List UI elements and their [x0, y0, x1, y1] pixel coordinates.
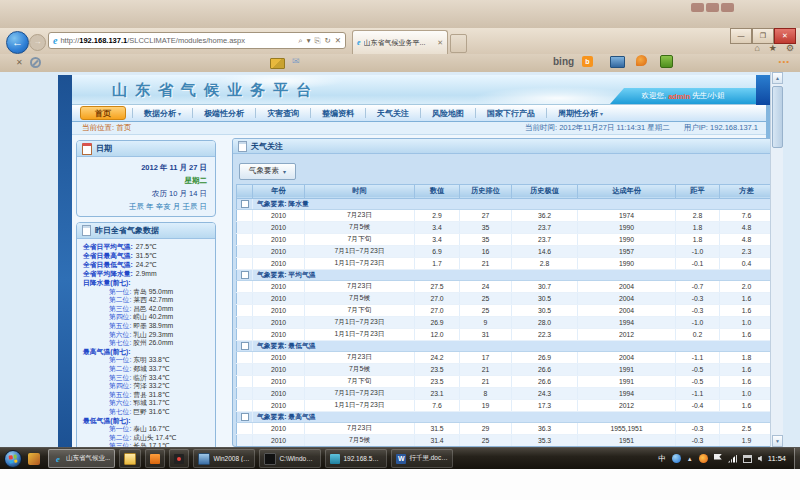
close-icon[interactable]: ✕	[16, 58, 23, 67]
table-row[interactable]: 20107月5候23.52126.61991-0.51.6	[237, 363, 771, 375]
rank-line: 第一位: 青岛 95.0mm	[83, 288, 210, 297]
table-row[interactable]: 20101月1日~7月23日12.03122.320120.21.6	[237, 328, 771, 340]
search-icon[interactable]: ⌕	[298, 36, 302, 46]
column-header[interactable]: 历史极值	[512, 184, 578, 198]
table-row[interactable]: 20107月5候3.43523.719901.84.8	[237, 221, 771, 233]
taskbar-button[interactable]: C:\Windows\s...	[259, 449, 321, 468]
compatibility-icon[interactable]: ⎘	[314, 36, 320, 46]
rank-line: 第六位: 乳山 29.3mm	[83, 331, 210, 340]
main-menu: 首页 ▾ 数据分析 ▾ 极端性分析 ▾ 灾害查询 ▾ 整编资料 ▾	[72, 105, 766, 122]
settings-gear-icon[interactable]: ⚙	[786, 43, 794, 53]
table-row[interactable]: 20107月23日31.52936.31955,1951-0.32.5	[237, 422, 771, 434]
table-row[interactable]: 20107月23日2.92736.219742.87.6	[237, 209, 771, 221]
menu-item[interactable]: 天气关注 ▾	[365, 108, 420, 118]
stat-line: 全省日平均气温:27.5℃	[83, 243, 210, 252]
menu-item[interactable]: 风险地图 ▾	[420, 108, 475, 118]
table-row[interactable]: 20107月下旬27.02530.52004-0.31.6	[237, 304, 771, 316]
table-row[interactable]: 20107月1日~7月23日6.91614.61957-1.02.3	[237, 245, 771, 257]
new-tab-button[interactable]	[450, 34, 467, 53]
more-icon[interactable]: •••	[779, 57, 790, 66]
table-row[interactable]: 20101月1日~7月23日7.61917.32012-0.41.6	[237, 399, 771, 411]
taskbar-button[interactable]	[145, 449, 165, 468]
table-row[interactable]: 20107月下旬3.43523.719901.84.8	[237, 233, 771, 245]
scrollbar-thumb[interactable]	[772, 86, 783, 148]
group-checkbox[interactable]	[241, 413, 249, 421]
taskbar-button[interactable]	[169, 449, 189, 468]
column-header[interactable]: 数值	[415, 184, 460, 198]
menu-item[interactable]: 整编资料 ▾	[310, 108, 365, 118]
fire-icon[interactable]	[636, 55, 647, 66]
table-row[interactable]: 20107月23日27.52430.72004-0.72.0	[237, 280, 771, 292]
browser-tray-icon[interactable]	[699, 454, 708, 463]
start-button[interactable]	[4, 450, 22, 468]
messenger-icon[interactable]	[672, 454, 681, 463]
banner-corner-block	[756, 75, 770, 105]
camera-icon[interactable]	[610, 56, 625, 68]
menu-item[interactable]: 灾害查询 ▾	[255, 108, 310, 118]
url-text[interactable]: http://192.168.137.1/SLCCLIMATE/modules/…	[60, 36, 295, 45]
menu-item[interactable]: 国家下行产品 ▾	[475, 108, 546, 118]
table-row[interactable]: 20107月1日~7月23日23.1824.31994-1.11.0	[237, 387, 771, 399]
action-center-icon[interactable]	[714, 454, 722, 463]
menu-item[interactable]: 周期性分析 ▾	[546, 108, 614, 118]
table-row[interactable]: 20107月5候27.02530.52004-0.31.6	[237, 292, 771, 304]
stop-icon[interactable]: ✕	[335, 36, 341, 45]
table-row[interactable]: 20107月23日24.21726.92004-1.11.8	[237, 351, 771, 363]
column-header[interactable]: 方差	[720, 184, 771, 198]
vertical-scrollbar[interactable]: ▲ ▼	[770, 72, 783, 447]
scroll-down-icon[interactable]: ▼	[772, 435, 783, 447]
group-checkbox[interactable]	[241, 271, 249, 279]
tray-app-icon[interactable]	[743, 455, 752, 463]
forward-button[interactable]: →	[29, 34, 46, 51]
table-row[interactable]: 20107月5候31.42535.31951-0.31.9	[237, 434, 771, 446]
chevron-down-icon[interactable]: ▾	[307, 36, 311, 45]
column-header[interactable]: 年份	[253, 184, 305, 198]
refresh-icon[interactable]: ↻	[324, 36, 330, 45]
favorites-star-icon[interactable]: ★	[769, 43, 777, 53]
blocked-icon	[30, 57, 41, 68]
chevron-down-icon: ▾	[283, 168, 286, 175]
element-filter-button[interactable]: 气象要素 ▾	[239, 163, 296, 180]
player-icon	[174, 454, 184, 464]
column-header[interactable]: 历史排位	[460, 184, 512, 198]
hidden-icons-arrow[interactable]: ▲	[687, 456, 693, 462]
chevron-down-icon: ▾	[178, 110, 181, 117]
menu-item[interactable]: 极端性分析 ▾	[192, 108, 255, 118]
group-checkbox[interactable]	[241, 342, 249, 350]
table-row[interactable]: 20107月下旬23.52126.61991-0.51.6	[237, 375, 771, 387]
volume-icon[interactable]	[758, 456, 762, 462]
cards-icon[interactable]	[270, 58, 285, 69]
minimize-button[interactable]: —	[730, 28, 752, 44]
home-icon[interactable]: ⌂	[754, 43, 759, 53]
close-icon[interactable]: ✕	[437, 39, 443, 47]
column-header[interactable]: 时间	[305, 184, 415, 198]
maximize-button[interactable]: ❐	[752, 28, 774, 44]
browser-tab[interactable]: e 山东省气候业务平... ✕	[352, 30, 448, 54]
taskbar-button[interactable]: e山东省气候业...	[48, 449, 115, 468]
taskbar-clock[interactable]: 11:54	[768, 454, 786, 463]
column-header[interactable]: 达成年份	[578, 184, 676, 198]
scroll-up-icon[interactable]: ▲	[772, 72, 783, 84]
rank-section-title: 最低气温(前七):	[83, 417, 210, 426]
bing-search-button[interactable]: b	[582, 56, 593, 67]
table-row[interactable]: 20107月1日~7月23日26.9928.01994-1.01.0	[237, 316, 771, 328]
mail-icon[interactable]: ✉	[292, 56, 300, 66]
taskbar-button[interactable]	[119, 449, 141, 468]
close-button[interactable]: ✕	[774, 28, 796, 44]
column-header[interactable]: 距平	[676, 184, 720, 198]
language-indicator[interactable]: 中	[658, 454, 666, 464]
table-row[interactable]: 20101月1日~7月23日1.7212.81990-0.10.4	[237, 257, 771, 269]
show-desktop-button[interactable]	[794, 448, 800, 470]
group-checkbox[interactable]	[241, 200, 249, 208]
quick-app-icon[interactable]	[28, 453, 40, 465]
back-button[interactable]: ←	[6, 31, 29, 54]
taskbar-button[interactable]: Win2008 (VS2...	[193, 449, 255, 468]
network-icon[interactable]	[728, 455, 737, 463]
menu-item[interactable]: 数据分析 ▾	[132, 108, 192, 118]
menu-item[interactable]: 首页 ▾	[80, 106, 126, 120]
address-bar[interactable]: e http://192.168.137.1/SLCCLIMATE/module…	[48, 32, 346, 49]
taskbar-button[interactable]: W行千里.docx ...	[391, 449, 453, 468]
cmd-icon	[264, 453, 276, 465]
taskbar-button[interactable]: 192.168.58.99...	[325, 449, 387, 468]
plugin-icon[interactable]	[660, 55, 673, 68]
